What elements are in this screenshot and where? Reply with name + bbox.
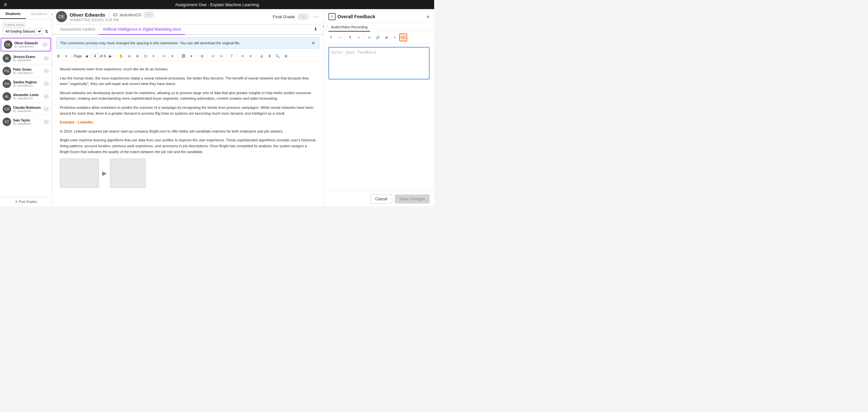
arrow-icon: ▶ [102, 169, 107, 178]
print-button[interactable]: 🖨 [258, 53, 265, 60]
cancel-button[interactable]: Cancel [370, 195, 392, 204]
tab-students[interactable]: Students [0, 9, 26, 19]
image-button[interactable]: 🖼 [180, 53, 187, 60]
emoji-options-button[interactable]: ▾ [391, 33, 399, 41]
paragraph-3: Neural networks are developing dynamic t… [60, 90, 316, 101]
info-banner: The conversion process may have changed … [56, 37, 319, 49]
sort-button[interactable]: ⇅ [43, 28, 49, 35]
student-grade-badge: -- [43, 107, 49, 111]
media-insert-button[interactable] [399, 33, 407, 41]
page-number-input[interactable]: 4 [91, 53, 99, 59]
prev-page-button[interactable]: ◀ [83, 53, 90, 60]
content-tabs: Assessment content Artificial Intelligen… [52, 24, 323, 35]
stamp-button[interactable]: ⧉ [198, 53, 206, 60]
image-placeholder-2 [110, 158, 146, 188]
tab-assessment-content[interactable]: Assessment content [56, 24, 99, 35]
image-options-button[interactable]: ▾ [188, 53, 195, 60]
feedback-header-icon: ⊡ [329, 13, 336, 20]
paragraph-2: Like the human brain, the more experienc… [60, 76, 316, 87]
pan-tool-button[interactable]: ✋ [118, 53, 125, 60]
student-name: Sandra Hughes [13, 81, 41, 84]
student-id: ID: aistudent12 [13, 71, 41, 75]
page-of-label: of 6 [100, 54, 106, 58]
paragraph-options-button[interactable]: ▾ [355, 33, 363, 41]
paragraph-1: Neural networks learn from experience, m… [60, 66, 316, 72]
tab-audio-video[interactable]: Audio/Video Recording [329, 23, 370, 32]
student-id: ID: aistudent11 [13, 84, 41, 87]
image-placeholder-1 [60, 158, 99, 188]
page-navigation: Page ◀ 4 of 6 ▶ [73, 53, 114, 60]
link-button[interactable]: 🔗 [374, 33, 382, 41]
tab-document[interactable]: Artificial Intelligence in Digital Marke… [99, 24, 185, 35]
grading-status-select[interactable]: All Grading Statuses [3, 28, 42, 35]
banner-close-button[interactable]: ✕ [311, 40, 315, 46]
student-item-oliver-edwards[interactable]: OE Oliver Edwards ID: aistudent15 -- [1, 38, 51, 52]
final-grade-label: Final Grade [273, 14, 295, 19]
download-icon[interactable]: ⬇ [312, 24, 319, 34]
undo-feedback-button[interactable]: ↩ [366, 33, 373, 41]
feedback-textarea[interactable] [329, 47, 430, 80]
student-item-peter-green[interactable]: PG Peter Green ID: aistudent12 -- [0, 65, 52, 78]
example-paragraph-1: In 2014, LinkedIn acquired job search st… [60, 129, 316, 135]
student-header-name: Oliver Edwards [70, 12, 105, 18]
emoji-button[interactable]: ⊕ [382, 33, 390, 41]
feedback-toolbar: T ⋯ ¶ ▾ ↩ 🔗 ⊕ ▾ [324, 32, 434, 43]
zoom-in-button[interactable]: ⊕ [134, 53, 141, 60]
download-button[interactable]: ⬇ [266, 53, 273, 60]
student-name: Alexander Lewis [13, 93, 41, 97]
student-item-sandra-hughes[interactable]: SH Sandra Hughes ID: aistudent11 -- [0, 78, 52, 90]
avatar: ST [3, 118, 11, 126]
student-name: Jessica Evans [13, 55, 41, 59]
student-item-jessica-evans[interactable]: JE Jessica Evans ID: aistudent5 -- [0, 52, 52, 65]
paragraph-button[interactable]: ¶ [346, 33, 354, 41]
feedback-title: Overall Feedback [338, 14, 426, 19]
close-icon[interactable]: ✕ [3, 2, 7, 8]
student-grade-badge: -- [43, 56, 49, 61]
avatar: OE [4, 40, 12, 49]
student-id: ID: aistudent9 [13, 110, 41, 113]
feedback-collapse-button[interactable]: ∧ [426, 14, 430, 19]
post-grades-button[interactable]: ✈ Post Grades [0, 197, 52, 206]
panel-options-button[interactable]: ▾ [63, 53, 70, 60]
fit-options-button[interactable]: ▾ [150, 53, 157, 60]
panel-toggle-button[interactable]: ⊞ [55, 53, 62, 60]
student-id: ID: aistudent3 [13, 122, 41, 125]
doc-images: ▶ [60, 158, 316, 188]
fit-page-button[interactable]: ⊡ [142, 53, 149, 60]
more-format-button[interactable]: ⋯ [336, 33, 343, 41]
text-format-button[interactable]: T [327, 33, 335, 41]
example-heading: Example - LinkedIn: [60, 120, 316, 125]
student-name: Claudia Robinson [13, 106, 41, 110]
draw-button[interactable]: ✏ [239, 53, 246, 60]
student-item-sam-taylor[interactable]: ST Sam Taylor ID: aistudent3 -- [0, 116, 52, 128]
final-grade-section: Final Grade -- ⋯ [273, 13, 319, 21]
redo-button[interactable]: ↪ [217, 53, 224, 60]
student-name: Oliver Edwards [14, 41, 40, 45]
draw-options-button[interactable]: ▾ [247, 53, 254, 60]
right-panel-toggle[interactable]: › [319, 22, 328, 31]
annotate-button[interactable]: ✏ [161, 53, 168, 60]
student-grade-badge: -- [43, 120, 49, 124]
doc-content: Neural networks learn from experience, m… [52, 61, 323, 206]
annotate-options-button[interactable]: ▾ [169, 53, 176, 60]
paragraph-4: Predictive analytics allow marketers to … [60, 105, 316, 116]
sidebar: Students Questions ‹ Grading Status All … [0, 9, 52, 206]
text-tool-button[interactable]: T [228, 53, 235, 60]
search-button[interactable]: 🔍 [274, 53, 281, 60]
sidebar-tabs: Students Questions ‹ [0, 9, 52, 19]
sidebar-collapse-btn[interactable]: ‹ [48, 10, 56, 18]
recording-tab-bar: Audio/Video Recording [324, 23, 434, 32]
student-item-claudia-robinson[interactable]: CR Claudia Robinson ID: aistudent9 -- [0, 103, 52, 116]
next-page-button[interactable]: ▶ [107, 53, 114, 60]
save-changes-button[interactable]: Save Changes [395, 195, 430, 204]
undo-button[interactable]: ↩ [209, 53, 216, 60]
score-badge: -- [144, 11, 154, 18]
grid-button[interactable]: ⊞ [282, 53, 289, 60]
more-options-button[interactable]: ⋯ [312, 13, 319, 21]
avatar: SH [3, 80, 11, 88]
avatar: JE [3, 54, 11, 62]
student-item-alexander-lewis[interactable]: AL Alexander Lewis ID: aistudent13 -- [0, 90, 52, 103]
final-grade-badge: -- [298, 13, 309, 20]
zoom-out-button[interactable]: ⊖ [126, 53, 133, 60]
avatar: CR [3, 105, 11, 113]
